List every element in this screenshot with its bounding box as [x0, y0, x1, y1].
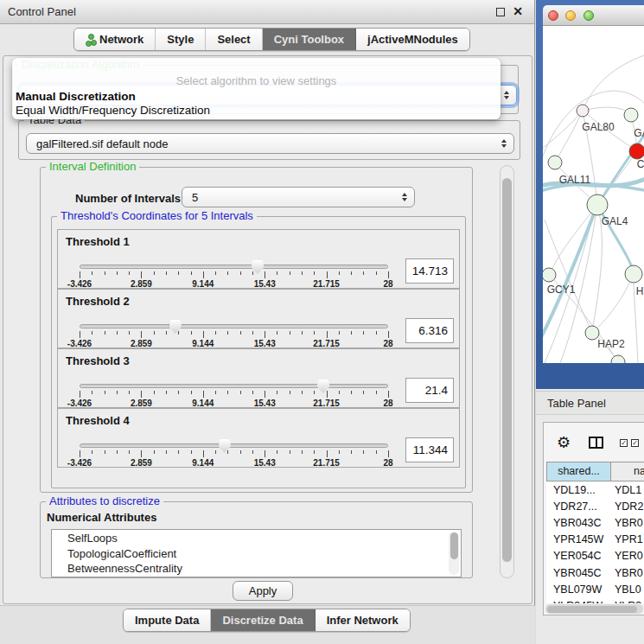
checkbox-icon[interactable]: ✓ [631, 439, 639, 447]
tab-select[interactable]: Select [206, 29, 262, 50]
gear-icon[interactable]: ⚙ [557, 433, 571, 452]
slider-track[interactable] [80, 443, 388, 448]
close-icon[interactable]: ✕ [513, 4, 523, 18]
slider-track[interactable] [80, 265, 388, 269]
attribute-list-item[interactable]: TopologicalCoefficient [67, 546, 461, 562]
slider-thumb[interactable] [252, 260, 264, 274]
network-node[interactable] [548, 156, 562, 169]
number-of-intervals-select[interactable]: 5 [182, 187, 415, 207]
slider-scale-label: 21.715 [313, 399, 340, 408]
slider-scale-label: 2.859 [131, 458, 152, 468]
network-node[interactable] [624, 108, 638, 122]
slider-tick [240, 450, 241, 454]
table-row[interactable]: YDR27...YDR2 [546, 498, 644, 514]
zoom-traffic-light[interactable] [583, 10, 594, 21]
tab-label: jActiveMNodules [367, 33, 458, 46]
tab-infer-network[interactable]: Infer Network [316, 609, 410, 631]
cyni-toolbox-panel: Discretization Algorithm Select algorith… [3, 55, 532, 604]
slider-track[interactable] [80, 384, 388, 388]
threshold-value-field[interactable]: 6.316 [405, 318, 454, 343]
slider-thumb[interactable] [169, 320, 182, 334]
dropdown-item[interactable]: Manual Discretization [16, 90, 136, 103]
tab-network[interactable]: Network [74, 29, 156, 50]
threshold-label: Threshold 4 [66, 414, 130, 427]
slider-scale-label: 21.715 [313, 339, 340, 348]
table-horizontal-scrollbar[interactable] [545, 604, 643, 614]
network-node[interactable] [625, 265, 642, 283]
network-node[interactable] [543, 268, 556, 282]
table-panel-body: ⚙ ✓ ✓ shared... na YDL19...YDL1YDR27...Y… [536, 415, 644, 644]
slider-thumb[interactable] [317, 379, 329, 393]
slider-scale-label: 2.859 [131, 279, 152, 289]
slider-tick [215, 450, 216, 454]
slider-tick [203, 450, 204, 457]
numerical-attributes-list[interactable]: SelfLoopsTopologicalCoefficientBetweenne… [51, 529, 462, 577]
scrollbar-thumb[interactable] [547, 606, 637, 613]
network-node[interactable] [587, 194, 608, 215]
checkbox-icon[interactable]: ✓ [620, 439, 628, 447]
table-row[interactable]: YBR045CYBR0 [546, 564, 644, 581]
right-region: GAL80GAGAL11CGAL4GCY1HHAP2 Table Panel ⚙… [536, 0, 644, 644]
slider-tick [252, 450, 253, 454]
apply-button[interactable]: Apply [233, 581, 293, 601]
tab-cyni-toolbox[interactable]: Cyni Toolbox [263, 29, 356, 50]
column-header-name[interactable]: na [610, 462, 644, 481]
attribute-list-item[interactable]: SelfLoops [67, 531, 461, 546]
network-node[interactable] [629, 143, 644, 159]
tab-label: Select [217, 33, 250, 46]
table-data-group: Table Data galFiltered.sif default node [18, 120, 520, 160]
interval-definition-group: Interval Definition Number of Intervals … [40, 167, 473, 493]
slider-scale-label: 15.43 [254, 279, 276, 289]
cell-name: YPR1 [611, 533, 643, 545]
close-traffic-light[interactable] [548, 10, 558, 21]
minimize-traffic-light[interactable] [565, 10, 576, 21]
network-edge[interactable] [556, 111, 583, 162]
slider-tick [215, 331, 216, 335]
scrollbar-thumb[interactable] [450, 532, 458, 559]
panel-vertical-scrollbar[interactable] [500, 165, 514, 578]
table-data-value: galFiltered.sif default node [36, 137, 168, 150]
network-edge[interactable] [583, 54, 644, 111]
tab-style[interactable]: Style [156, 29, 206, 50]
table-row[interactable]: YLR345WYLR3 [546, 597, 644, 603]
float-window-icon[interactable] [496, 8, 505, 16]
slider-tick [388, 271, 389, 278]
table-row[interactable]: YPR145WYPR1 [546, 532, 644, 548]
network-node-label: GAL11 [559, 174, 591, 186]
table-data-select[interactable]: galFiltered.sif default node [26, 133, 514, 154]
control-panel-window: Control Panel ✕ NetworkStyleSelectCyni T… [0, 0, 535, 644]
network-canvas[interactable]: GAL80GAGAL11CGAL4GCY1HHAP2 [543, 26, 644, 363]
slider-tick [314, 450, 315, 454]
cell-name: YLR3 [611, 600, 641, 603]
table-row[interactable]: YER054CYER0 [546, 548, 644, 564]
table-row[interactable]: YDL19...YDL1 [546, 481, 644, 498]
network-edge[interactable] [595, 274, 634, 330]
network-edge[interactable] [583, 107, 631, 115]
attribute-list-item[interactable]: BetweennessCentrality [67, 561, 461, 577]
threshold-value-field[interactable]: 21.4 [405, 378, 454, 403]
slider-tick [105, 391, 105, 394]
threshold-value-field[interactable]: 14.713 [405, 258, 454, 284]
cell-shared-name: YBR043C [546, 517, 611, 529]
tab-impute-data[interactable]: Impute Data [124, 609, 211, 631]
slider-scale-label: 9.144 [192, 399, 214, 408]
network-edge[interactable] [543, 114, 579, 152]
columns-icon[interactable] [589, 437, 603, 449]
threshold-value-field[interactable]: 11.344 [405, 437, 454, 462]
slider-scale-label: -3.426 [67, 399, 92, 408]
list-scrollbar[interactable] [449, 532, 459, 575]
column-header-shared-name[interactable]: shared... [546, 462, 611, 481]
tab-discretize-data[interactable]: Discretize Data [211, 609, 315, 631]
slider-track[interactable] [80, 324, 388, 328]
network-node[interactable] [611, 355, 625, 363]
scrollbar-thumb[interactable] [502, 178, 512, 562]
network-node[interactable] [577, 105, 589, 117]
table-row[interactable]: YBR043CYBR0 [546, 514, 644, 531]
slider-tick [80, 391, 80, 398]
dropdown-item[interactable]: Equal Width/Frequency Discretization [16, 104, 210, 117]
tab-jactivemnodules[interactable]: jActiveMNodules [356, 29, 469, 50]
slider-thumb[interactable] [219, 439, 231, 453]
slider-tick [92, 391, 92, 394]
slider-tick [363, 450, 364, 454]
table-row[interactable]: YBL079WYBL0 [546, 581, 644, 597]
